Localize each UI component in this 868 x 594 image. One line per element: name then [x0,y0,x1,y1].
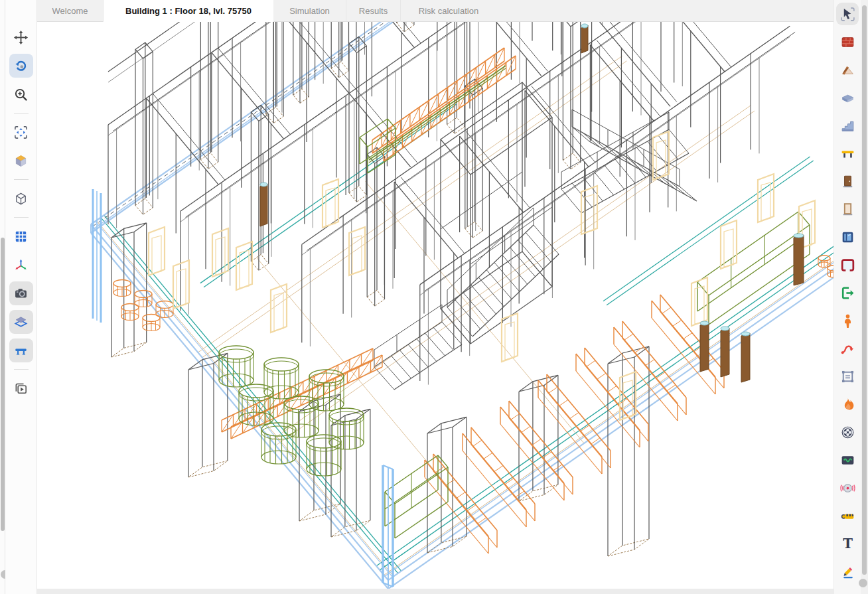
wire-cube-icon [13,191,29,206]
right-scrollbar-thumb[interactable] [862,5,867,575]
right-scrollbar-track[interactable] [861,0,868,594]
measuring-tape-icon [839,508,856,524]
zoom-tool-button[interactable] [9,82,33,106]
solid-cube-icon [13,153,29,169]
app-window: Welcome Building 1 : Floor 18, lvl. 7575… [0,0,868,594]
pan-tool-button[interactable] [9,25,33,49]
viewport-3d[interactable] [37,22,833,594]
fit-view-icon [13,125,29,140]
furniture-visibility-button[interactable] [9,338,33,362]
shaded-view-button[interactable] [9,149,33,173]
toolbar-divider [14,113,29,113]
opening-icon [839,257,856,273]
door-tool-button[interactable] [836,170,859,192]
zoom-fit-button[interactable] [9,120,33,144]
tab-simulation[interactable]: Simulation [273,0,346,22]
roof-icon [839,62,856,78]
zone-tool-button[interactable] [836,365,859,388]
tab-bar: Welcome Building 1 : Floor 18, lvl. 7575… [37,0,833,22]
person-icon [839,313,856,329]
right-scroll-handle[interactable] [859,579,867,587]
presentation-button[interactable] [9,376,33,400]
model-toolbar: T [833,0,861,594]
alarm-sounder-icon [839,480,856,496]
text-icon: T [839,536,856,552]
toolbar-divider [14,369,29,370]
path-tool-button[interactable] [836,337,859,360]
roof-tool-button[interactable] [836,58,859,81]
stairs-tool-button[interactable] [836,114,859,137]
wireframe-view-button[interactable] [9,186,33,210]
occupant-tool-button[interactable] [836,309,859,332]
signal-tool-button[interactable] [836,449,859,471]
curve-arrow-icon [839,340,856,357]
screenshot-button[interactable] [9,281,33,305]
axes-icon [13,258,29,273]
main-area: Welcome Building 1 : Floor 18, lvl. 7575… [37,0,833,594]
exit-arrow-icon [839,285,856,301]
furniture-tool-button[interactable] [836,142,859,165]
fan-tool-button[interactable] [836,421,859,443]
toolbar-divider [14,179,29,180]
move-arrows-icon [13,30,29,45]
measure-tool-button[interactable] [836,504,859,527]
toolbar-divider [14,217,29,218]
magnifier-plus-icon [13,87,29,102]
left-scrollbar-thumb[interactable] [1,238,5,531]
select-tool-button[interactable] [836,3,859,25]
horizontal-scrollbar[interactable] [37,589,833,594]
window-tool-button[interactable] [836,226,859,248]
layers-button[interactable] [9,310,33,334]
camera-icon [13,286,29,301]
flame-icon [839,396,856,413]
alarm-tool-button[interactable] [836,477,859,499]
orbit-rotate-icon [13,58,29,74]
opening-tool-button[interactable] [836,254,859,276]
text-tool-button[interactable]: T [836,532,859,555]
select-cursor-icon [839,6,856,23]
left-scrollbar-track[interactable] [0,0,5,594]
pencil-icon [839,563,856,580]
axes-toggle-button[interactable] [9,253,33,277]
stairs-icon [839,117,856,134]
wall-tool-button[interactable] [836,31,859,53]
svg-text:T: T [843,536,853,552]
zone-rect-icon [839,368,856,385]
orbit-tool-button[interactable] [9,54,33,78]
slab-icon [839,90,856,106]
table-icon [839,145,856,162]
wireframe-scene [37,22,833,589]
doorway-tool-button[interactable] [836,198,859,220]
fire-tool-button[interactable] [836,393,859,415]
brick-wall-icon [839,34,856,50]
slab-tool-button[interactable] [836,86,859,109]
grid-icon [13,229,29,244]
bench-icon [13,343,29,358]
tab-risk-calculation[interactable]: Risk calculation [401,0,496,22]
view-toolbar [5,0,37,594]
tab-welcome[interactable]: Welcome [37,0,104,22]
layers-icon [13,315,29,330]
slides-icon [13,381,29,396]
tab-results[interactable]: Results [346,0,401,22]
wave-monitor-icon [839,452,856,469]
exit-tool-button[interactable] [836,281,859,304]
tab-building-floor[interactable]: Building 1 : Floor 18, lvl. 75750 [104,0,273,22]
doorway-icon [839,201,856,218]
door-icon [839,173,856,190]
window-icon [839,229,856,246]
fan-icon [839,424,856,441]
annotate-tool-button[interactable] [836,560,859,583]
grid-toggle-button[interactable] [9,224,33,248]
